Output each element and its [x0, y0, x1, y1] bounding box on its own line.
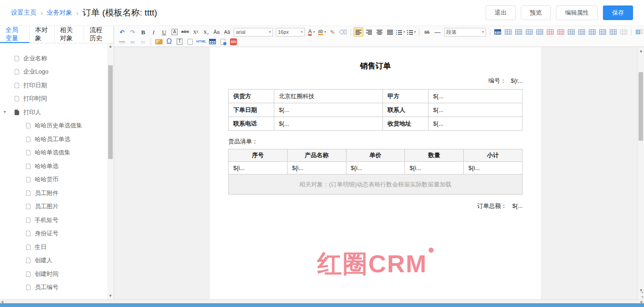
resize-grip-icon[interactable]: ▸▸ [642, 290, 644, 299]
preview-document-icon[interactable] [218, 37, 228, 46]
tree-item[interactable]: 打印时间 [0, 92, 114, 106]
tree-item[interactable]: 身份证号 [0, 227, 114, 241]
tree-item[interactable]: 企业名称 [0, 52, 114, 65]
order-total-placeholder[interactable]: ${... [513, 202, 523, 209]
canvas-vertical-scrollbar[interactable]: ▲ ▼ ▸▸ [637, 47, 644, 299]
tab-process-history[interactable]: 流程历史 [84, 26, 114, 43]
tree-item[interactable]: 哈哈单选 [0, 159, 114, 173]
breadcrumb-link-settings-home[interactable]: 设置主页 [11, 9, 37, 17]
font-color-icon[interactable]: A▾ [307, 27, 316, 37]
table-settings-icon[interactable] [608, 27, 618, 37]
insert-table-icon[interactable] [493, 27, 503, 37]
bold-icon[interactable]: B [138, 27, 148, 37]
tree-item[interactable]: 创建人 [0, 254, 114, 268]
tab-this-object[interactable]: 本对象 [30, 26, 55, 43]
redo-icon[interactable]: ↷ [128, 27, 137, 37]
items-header-cell[interactable]: 小计 [464, 149, 523, 162]
align-justify-icon[interactable] [385, 27, 395, 37]
info-cell-label[interactable]: 供货方 [229, 90, 274, 103]
items-header-cell[interactable]: 产品名称 [287, 149, 346, 162]
to-uppercase-icon[interactable]: Âa [212, 27, 221, 37]
paragraph-select[interactable]: 段落▾ [444, 28, 486, 37]
horizontal-scrollbar-track[interactable]: ◀ ▶ [0, 299, 644, 303]
items-placeholder-cell[interactable]: ${i... [287, 162, 346, 175]
preview-button[interactable]: 预览 [521, 5, 551, 20]
merge-cells-icon[interactable] [598, 27, 607, 37]
format-painter-icon[interactable]: ✎ [328, 27, 337, 37]
scroll-down-icon[interactable]: ▼ [107, 293, 114, 299]
insert-rows-icon[interactable] [566, 27, 576, 37]
font-family-select[interactable]: arial▾ [234, 28, 273, 37]
save-button[interactable]: 保存 [603, 5, 633, 20]
tree-item[interactable]: 员工附件 [0, 186, 114, 200]
horizontal-scrollbar-thumb[interactable] [0, 303, 644, 307]
align-right-icon[interactable] [364, 27, 374, 37]
tree-item[interactable]: 哈哈历史单选值集 [0, 119, 114, 133]
source-code-icon[interactable]: HTML [196, 37, 207, 46]
tree-item[interactable]: 打印日期 [0, 79, 114, 92]
info-cell-value[interactable]: ${... [429, 103, 523, 117]
info-cell-label[interactable]: 下单日期 [229, 103, 274, 117]
tree-item[interactable]: ▾打印人 [0, 106, 114, 119]
document-page[interactable]: 销售订单 编号：${r... 供货方 北京红圈科技 甲方 ${... [210, 47, 541, 299]
page-break-icon[interactable] [117, 37, 127, 46]
to-lowercase-icon[interactable]: Aâ [222, 27, 232, 37]
items-placeholder-cell[interactable]: ${i... [346, 162, 405, 175]
italic-icon[interactable]: I [149, 27, 158, 37]
unlink-icon[interactable]: ∞ [138, 37, 148, 46]
info-cell-label[interactable]: 甲方 [383, 90, 429, 103]
scroll-left-icon[interactable]: ◀ [1, 300, 3, 304]
delete-row-icon[interactable] [556, 27, 565, 37]
align-center-icon[interactable] [375, 27, 384, 37]
tree-item[interactable]: 生日 [0, 240, 114, 254]
table-grid-icon[interactable] [587, 27, 597, 37]
scroll-right-icon[interactable]: ▶ [641, 300, 643, 304]
sidebar-vertical-scrollbar[interactable]: ▲ ▼ [107, 43, 114, 299]
new-document-icon[interactable] [185, 37, 195, 46]
info-cell-label[interactable]: 联系电话 [229, 117, 274, 131]
items-header-cell[interactable]: 单价 [346, 149, 405, 162]
tree-item[interactable]: 哈哈货币 [0, 173, 114, 187]
ed-logo-icon[interactable]: ED [229, 37, 238, 46]
edit-table-icon[interactable] [208, 37, 217, 46]
autotypeset-icon[interactable]: A [170, 27, 179, 37]
ordered-list-icon[interactable]: ▾ [396, 27, 406, 37]
items-placeholder-cell[interactable]: ${i... [229, 162, 288, 175]
info-cell-value[interactable]: ${... [429, 90, 523, 103]
scroll-up-icon[interactable]: ▲ [638, 48, 644, 54]
tree-item[interactable]: 哈哈员工单选 [0, 132, 114, 146]
order-number-placeholder[interactable]: ${r... [511, 77, 523, 84]
caret-down-icon[interactable]: ▾ [4, 110, 6, 114]
items-placeholder-cell[interactable]: ${i... [464, 162, 523, 175]
breadcrumb-link-business-objects[interactable]: 业务对象 [47, 9, 72, 17]
highlight-color-icon[interactable]: ab▾ [317, 27, 327, 37]
subscript-icon[interactable]: X₂ [201, 27, 211, 37]
undo-icon[interactable]: ↶ [117, 27, 127, 37]
items-header-cell[interactable]: 序号 [229, 149, 288, 162]
editor-canvas[interactable]: 销售订单 编号：${r... 供货方 北京红圈科技 甲方 ${... [114, 47, 644, 299]
image-float-left-icon[interactable] [634, 27, 644, 37]
insert-row-below-icon[interactable] [535, 27, 545, 37]
paste-text-icon[interactable]: T [175, 37, 184, 46]
info-cell-label[interactable]: 收货地址 [383, 117, 429, 131]
items-placeholder-cell[interactable]: ${i... [405, 162, 464, 175]
info-cell-value[interactable]: ${... [429, 117, 523, 131]
tree-item[interactable]: 员工编号 [0, 281, 114, 295]
tree-item[interactable]: 企业Logo [0, 65, 114, 79]
split-cell-icon[interactable] [619, 27, 628, 37]
tree-item[interactable]: 手机短号 [0, 213, 114, 227]
edit-properties-button[interactable]: 编辑属性 [556, 5, 598, 20]
font-size-select[interactable]: 16px▾ [276, 28, 305, 37]
strikethrough-icon[interactable]: ABC [180, 27, 190, 37]
delete-col-icon[interactable] [545, 27, 555, 37]
link-icon[interactable]: ∞ [128, 37, 137, 46]
insert-cols-icon[interactable] [577, 27, 586, 37]
blockquote-icon[interactable]: 66 [422, 27, 432, 37]
canvas-scrollbar-thumb[interactable] [639, 72, 643, 141]
insert-col-left-icon[interactable] [514, 27, 524, 37]
align-left-icon[interactable] [354, 27, 363, 37]
scroll-up-icon[interactable]: ▲ [107, 43, 114, 50]
tab-global-vars[interactable]: 全局变量 [0, 26, 30, 43]
insert-col-right-icon[interactable] [524, 27, 534, 37]
sidebar-scrollbar-thumb[interactable] [108, 65, 113, 159]
